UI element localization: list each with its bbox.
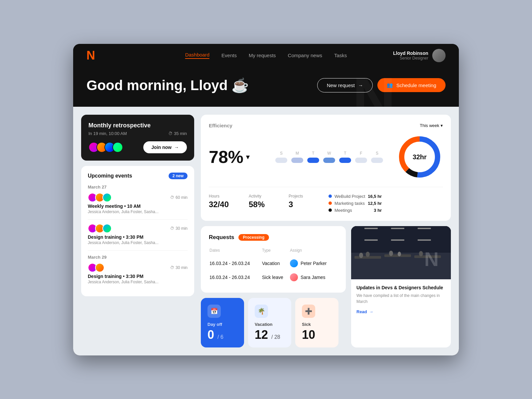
- svg-text:N: N: [424, 248, 439, 270]
- user-role: Senior Designer: [393, 56, 428, 61]
- news-title: Updates in Devs & Designers Schedule: [356, 285, 446, 291]
- user-name: Lloyd Robinson: [393, 51, 428, 56]
- avatar: [102, 224, 112, 233]
- schedule-icon: 👥: [387, 82, 393, 88]
- nav-events[interactable]: Events: [221, 53, 237, 58]
- svg-point-13: [419, 251, 423, 256]
- left-column: Monthly retrospective In 19 min, 10:00 A…: [81, 115, 194, 347]
- vacation-denom: / 28: [271, 334, 280, 340]
- day-bar: [307, 158, 319, 163]
- legend-dot: [329, 201, 332, 205]
- event-duration: ⏱ 30 min: [170, 265, 188, 270]
- legend-item: Meetings 3 hr: [329, 208, 382, 213]
- nav-tasks[interactable]: Tasks: [334, 53, 347, 58]
- svg-point-12: [398, 252, 401, 256]
- col-dates: Dates: [209, 248, 261, 256]
- days-labels: S M T W T F S: [275, 151, 383, 156]
- legend: WeBuild Project 16,5 hr Marketing tasks …: [329, 194, 382, 213]
- activity-value: 58%: [249, 200, 275, 209]
- nav-my-requests[interactable]: My requests: [249, 53, 276, 58]
- request-dates: 16.03.24 - 26.03.24: [209, 257, 261, 270]
- svg-rect-14: [364, 228, 378, 229]
- event-avatars: [88, 224, 112, 233]
- main-nav: Dashboard Events My requests Company new…: [185, 52, 347, 59]
- donut-center: 32hr: [413, 153, 427, 161]
- meeting-card: Monthly retrospective In 19 min, 10:00 A…: [81, 115, 194, 161]
- event-participants: Jessica Anderson, Julia Foster, Sasha...: [88, 209, 188, 214]
- divider: [88, 219, 188, 220]
- nav-dashboard[interactable]: Dashboard: [185, 52, 209, 59]
- request-dates: 16.03.24 - 26.03.24: [209, 271, 261, 284]
- legend-label: WeBuild Project: [334, 194, 365, 199]
- event-avatars: [88, 193, 112, 202]
- col-type: Type: [262, 248, 289, 256]
- legend-value: 16,5 hr: [368, 194, 382, 199]
- avatar: [95, 263, 104, 272]
- meeting-time: In 19 min, 10:00 AM: [88, 131, 127, 136]
- activity-stat: Activity 58%: [249, 194, 275, 213]
- stats-cards: 📅 Day off 0 / 6 🌴 Vacation 12: [201, 298, 346, 347]
- day-label-t2: T: [339, 151, 351, 156]
- greeting: Good morning, Lloyd ☕: [86, 77, 249, 93]
- new-request-button[interactable]: New request →: [317, 78, 373, 92]
- svg-rect-18: [391, 239, 404, 241]
- svg-point-10: [366, 252, 370, 257]
- event-duration: ⏱ 60 min: [170, 195, 188, 200]
- avatar: [290, 259, 298, 267]
- user-profile[interactable]: Lloyd Robinson Senior Designer: [393, 49, 446, 62]
- svg-rect-15: [391, 228, 404, 229]
- legend-item: Marketing tasks 12,5 hr: [329, 201, 382, 206]
- week-selector[interactable]: This week ▾: [420, 123, 443, 128]
- meeting-avatars: [88, 142, 123, 153]
- logo[interactable]: N: [86, 50, 94, 62]
- schedule-meeting-button[interactable]: 👥 Schedule meeting: [377, 78, 446, 92]
- efficiency-header: Efficiency This week ▾: [209, 123, 443, 128]
- news-card: N Updates in Devs & Designers Schedule W…: [351, 226, 451, 347]
- sick-number: 10: [302, 329, 332, 341]
- vacation-icon: 🌴: [255, 305, 268, 318]
- nav-company-news[interactable]: Company news: [288, 53, 322, 58]
- event-item: ⏱ 30 min Design training • 3:30 PM Jessi…: [88, 224, 188, 245]
- legend-dot: [329, 208, 332, 212]
- day-bar: [339, 158, 351, 163]
- event-name: Weekly meeting • 10 AM: [88, 203, 188, 209]
- vacation-card: 🌴 Vacation 12 / 28: [248, 298, 291, 347]
- request-type: Sick leave: [262, 271, 289, 284]
- day-off-card: 📅 Day off 0 / 6: [201, 298, 244, 347]
- event-avatars: [88, 263, 104, 272]
- request-type: Vacation: [262, 257, 289, 270]
- table-row: 16.03.24 - 26.03.24 Sick leave Sara Jame…: [209, 271, 337, 284]
- avatar[interactable]: [432, 49, 446, 62]
- chevron-down-icon: ▾: [441, 123, 443, 128]
- news-body: Updates in Devs & Designers Schedule We …: [351, 279, 451, 320]
- main-content: Monthly retrospective In 19 min, 10:00 A…: [73, 107, 459, 355]
- chevron-down-icon[interactable]: ▾: [246, 153, 249, 161]
- event-item: ⏱ 30 min Design training • 3:30 PM Jessi…: [88, 263, 188, 284]
- day-off-label: Day off: [207, 322, 237, 327]
- event-date-label: March 27: [88, 185, 188, 190]
- day-label-s: S: [275, 151, 287, 156]
- user-info: Lloyd Robinson Senior Designer: [393, 51, 428, 61]
- legend-label: Marketing tasks: [334, 201, 365, 206]
- legend-label: Meetings: [334, 208, 371, 213]
- hours-value: 32/40: [209, 200, 235, 209]
- event-item: ⏱ 60 min Weekly meeting • 10 AM Jessica …: [88, 193, 188, 214]
- legend-dot: [329, 195, 332, 198]
- right-bottom: Requests Processing Dates Type Assign: [201, 226, 451, 347]
- join-meeting-button[interactable]: Join now →: [143, 141, 187, 153]
- col-assign: Assign: [290, 248, 337, 256]
- calendar-icon: 📅: [207, 305, 221, 318]
- svg-rect-17: [364, 239, 378, 241]
- avatar: [290, 273, 298, 281]
- read-more-button[interactable]: Read →: [356, 309, 373, 314]
- legend-value: 3 hr: [374, 208, 382, 213]
- events-card: Upcoming events 2 new March 27 ⏱: [81, 166, 194, 296]
- svg-point-11: [389, 251, 393, 256]
- efficiency-body: 78% ▾ S M T W T F S: [209, 134, 443, 180]
- svg-rect-16: [418, 228, 431, 229]
- meeting-footer: Join now →: [88, 141, 187, 153]
- svg-rect-7: [384, 254, 411, 257]
- processing-badge: Processing: [238, 234, 269, 241]
- event-duration: ⏱ 30 min: [170, 226, 188, 231]
- events-header: Upcoming events 2 new: [88, 173, 188, 179]
